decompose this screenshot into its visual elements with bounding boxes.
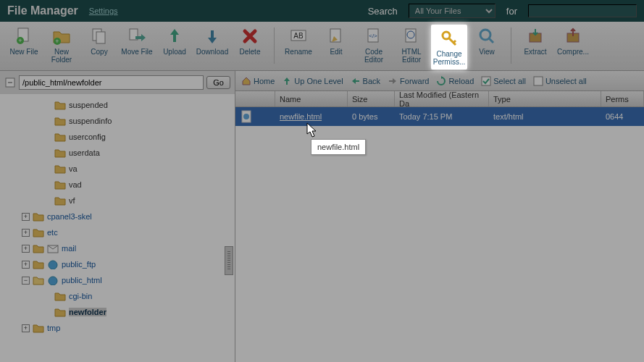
edit-icon <box>326 26 346 46</box>
file-row[interactable]: newfile.html 0 bytes Today 7:15 PM text/… <box>235 107 644 126</box>
tree-item[interactable]: vf <box>0 193 235 209</box>
up-one-level-button[interactable]: Up One Level <box>282 76 343 86</box>
tree-item[interactable]: va <box>0 161 235 177</box>
download-button[interactable]: Download <box>194 25 230 57</box>
right-panel: Home Up One Level Back Forward Reload Se… <box>235 71 644 362</box>
copy-button[interactable]: Copy <box>81 25 117 57</box>
rename-button[interactable]: ABRename <box>280 25 317 57</box>
copy-icon <box>89 26 109 46</box>
upload-icon <box>164 26 185 46</box>
left-panel: Go suspended suspendinfo userconfig user… <box>0 71 235 362</box>
svg-point-21 <box>49 261 57 269</box>
folder-icon <box>54 164 66 174</box>
change-permissions-button[interactable]: Change Permiss... <box>431 25 467 70</box>
file-grid[interactable]: newfile.html 0 bytes Today 7:15 PM text/… <box>235 107 644 362</box>
folder-tree[interactable]: suspended suspendinfo userconfig userdat… <box>0 94 235 362</box>
view-button[interactable]: View <box>469 25 505 57</box>
compress-button[interactable]: Compre... <box>555 25 591 57</box>
tree-item[interactable]: cgi-bin <box>0 288 235 304</box>
search-input[interactable] <box>528 4 637 17</box>
move-file-button[interactable]: Move File <box>119 25 155 57</box>
tree-item[interactable]: userconfig <box>0 129 235 145</box>
folder-open-icon <box>33 276 44 285</box>
svg-point-26 <box>243 114 249 119</box>
move-file-icon <box>127 26 147 46</box>
uncheck-icon <box>533 76 543 86</box>
svg-rect-6 <box>96 32 105 43</box>
settings-link[interactable]: Settings <box>89 7 118 15</box>
expand-icon[interactable]: + <box>22 261 30 269</box>
unselect-all-button[interactable]: Unselect all <box>533 76 587 86</box>
tree-item-selected[interactable]: newfolder <box>0 304 235 320</box>
mail-icon <box>47 244 59 253</box>
extract-icon <box>525 26 545 46</box>
svg-point-16 <box>480 30 490 40</box>
html-editor-button[interactable]: HTML Editor <box>393 25 430 65</box>
globe-icon <box>47 276 59 285</box>
tree-item[interactable]: vad <box>0 177 235 193</box>
collapse-icon[interactable]: − <box>22 277 30 285</box>
go-button[interactable]: Go <box>206 76 230 89</box>
app-header: File Manager Settings Search All Your Fi… <box>0 0 644 22</box>
file-perms: 0644 <box>601 107 644 126</box>
rename-icon: AB <box>288 26 309 46</box>
new-file-icon: + <box>14 26 34 46</box>
forward-icon <box>388 76 398 86</box>
tree-item[interactable]: +tmp <box>0 320 235 336</box>
upload-button[interactable]: Upload <box>156 25 193 57</box>
edit-button[interactable]: Edit <box>318 25 354 57</box>
tree-item[interactable]: +public_ftp <box>0 256 235 272</box>
col-type-header[interactable]: Type <box>489 91 601 106</box>
col-icon-header[interactable] <box>235 91 275 106</box>
expand-icon[interactable]: + <box>22 324 30 332</box>
tree-item[interactable]: suspended <box>0 97 235 113</box>
check-icon <box>481 76 491 86</box>
col-size-header[interactable]: Size <box>348 91 395 106</box>
compress-icon <box>563 26 583 46</box>
tree-item[interactable]: −public_html <box>0 272 235 288</box>
folder-icon <box>33 212 44 222</box>
tree-item[interactable]: userdata <box>0 145 235 161</box>
delete-button[interactable]: Delete <box>232 25 268 57</box>
folder-icon <box>54 101 66 110</box>
globe-icon <box>47 260 59 269</box>
svg-point-22 <box>49 277 57 285</box>
svg-text:+: + <box>18 37 22 44</box>
home-button[interactable]: Home <box>241 76 275 86</box>
folder-icon <box>54 180 66 190</box>
folder-icon <box>33 260 44 269</box>
expand-icon[interactable]: + <box>22 229 30 237</box>
reload-button[interactable]: Reload <box>436 76 474 86</box>
path-input[interactable] <box>19 75 204 90</box>
file-name[interactable]: newfile.html <box>280 112 322 121</box>
folder-icon <box>54 132 66 142</box>
expand-icon[interactable]: + <box>22 245 30 253</box>
tree-item[interactable]: +etc <box>0 224 235 240</box>
extract-button[interactable]: Extract <box>517 25 553 57</box>
select-all-button[interactable]: Select all <box>481 76 526 86</box>
code-editor-button[interactable]: </>Code Editor <box>356 25 392 65</box>
tree-item[interactable]: suspendinfo <box>0 113 235 129</box>
expand-icon[interactable]: + <box>22 213 30 221</box>
folder-icon <box>33 228 44 237</box>
new-file-button[interactable]: +New File <box>6 25 42 57</box>
folder-icon <box>54 308 66 317</box>
tree-item[interactable]: +cpanel3-skel <box>0 209 235 224</box>
view-icon <box>477 26 497 46</box>
up-icon <box>282 76 292 86</box>
col-perms-header[interactable]: Perms <box>601 91 644 106</box>
back-button[interactable]: Back <box>351 76 380 86</box>
folder-icon <box>54 117 66 126</box>
file-type: text/html <box>489 107 601 126</box>
splitter-handle[interactable] <box>225 246 233 275</box>
key-icon <box>439 28 459 49</box>
tree-item[interactable]: +mail <box>0 240 235 256</box>
folder-icon <box>33 324 44 333</box>
forward-button[interactable]: Forward <box>388 76 429 86</box>
col-modified-header[interactable]: Last Modified (Eastern Da <box>395 91 489 106</box>
collapse-tree-icon[interactable] <box>4 77 16 88</box>
file-modified: Today 7:15 PM <box>395 107 489 126</box>
new-folder-button[interactable]: +New Folder <box>43 25 80 65</box>
col-name-header[interactable]: Name <box>275 91 348 106</box>
search-scope-select[interactable]: All Your Files <box>409 4 495 18</box>
